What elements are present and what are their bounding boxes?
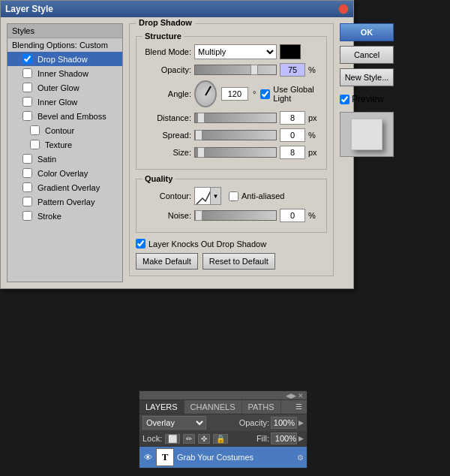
angle-label: Angle: <box>142 89 191 98</box>
shadow-color-swatch[interactable] <box>280 44 301 59</box>
stroke-checkbox[interactable] <box>22 211 32 221</box>
angle-needle <box>205 86 212 95</box>
global-light-row: Use Global Light <box>260 85 320 103</box>
size-value-input[interactable] <box>280 146 305 159</box>
sidebar-item-blending[interactable]: Blending Options: Custom <box>8 38 122 52</box>
sidebar-item-drop-shadow[interactable]: Drop Shadow <box>8 52 122 66</box>
global-light-label: Use Global Light <box>273 85 320 103</box>
layers-opacity-input[interactable] <box>271 417 297 429</box>
anti-aliased-row: Anti-aliased <box>229 191 284 201</box>
distance-label: Distance: <box>142 113 191 122</box>
sidebar-item-inner-shadow[interactable]: Inner Shadow <box>8 66 122 80</box>
layers-fill-input[interactable] <box>271 432 297 444</box>
spread-value-input[interactable] <box>280 128 305 142</box>
contour-dropdown-arrow[interactable]: ▼ <box>210 188 220 204</box>
global-light-checkbox[interactable] <box>260 89 270 99</box>
layers-menu-button[interactable]: ☰ <box>291 400 307 414</box>
lock-all-btn[interactable]: 🔒 <box>213 434 228 444</box>
make-default-button[interactable]: Make Default <box>136 253 198 270</box>
size-label: Size: <box>142 148 191 157</box>
distance-slider[interactable] <box>194 113 277 123</box>
sidebar-item-contour[interactable]: Contour <box>8 123 122 137</box>
size-unit: px <box>308 148 320 157</box>
contour-checkbox[interactable] <box>30 125 40 135</box>
color-overlay-label: Color Overlay <box>38 169 88 178</box>
lock-position-btn[interactable]: ✜ <box>198 434 210 444</box>
layers-blend-row: Overlay Normal Multiply Opacity: ▶ <box>140 414 307 431</box>
layers-fill-arrow[interactable]: ▶ <box>298 435 304 442</box>
structure-group: Structure Blend Mode: Multiply Normal Sc… <box>136 36 327 170</box>
noise-value-input[interactable] <box>280 209 305 222</box>
cancel-button[interactable]: Cancel <box>340 46 394 64</box>
layers-lock-row: Lock: ⬜ ✏ ✜ 🔒 Fill: ▶ <box>140 431 307 447</box>
preview-label: Preview <box>352 94 384 104</box>
color-overlay-checkbox[interactable] <box>22 168 32 178</box>
close-button[interactable] <box>338 4 349 14</box>
spread-label: Spread: <box>142 131 191 140</box>
noise-slider[interactable] <box>194 210 277 221</box>
layers-tab-bar: LAYERS CHANNELS PATHS ☰ <box>140 400 307 414</box>
preview-box <box>340 112 394 157</box>
quality-group: Quality Contour: ▼ <box>136 179 327 233</box>
distance-unit: px <box>308 113 320 122</box>
layer-name-label: Grab Your Costumes <box>177 453 294 462</box>
blend-mode-select[interactable]: Multiply Normal Screen Overlay <box>194 44 277 59</box>
opacity-value-input[interactable] <box>280 63 305 77</box>
action-buttons: Make Default Reset to Default <box>136 253 327 270</box>
contour-label: Contour: <box>142 191 191 200</box>
svg-rect-0 <box>195 188 212 205</box>
gradient-overlay-checkbox[interactable] <box>22 182 32 192</box>
sidebar-item-texture[interactable]: Texture <box>8 137 122 152</box>
opacity-slider[interactable] <box>194 65 277 75</box>
bevel-emboss-checkbox[interactable] <box>22 111 32 121</box>
drop-shadow-checkbox[interactable] <box>22 54 32 64</box>
tab-paths[interactable]: PATHS <box>242 400 281 414</box>
tab-layers[interactable]: LAYERS <box>140 400 184 414</box>
anti-aliased-checkbox[interactable] <box>229 191 238 201</box>
sidebar-title: Styles <box>8 24 122 38</box>
blend-mode-label: Blend Mode: <box>142 47 191 56</box>
noise-label: Noise: <box>142 211 191 220</box>
inner-glow-checkbox[interactable] <box>22 97 32 107</box>
texture-checkbox[interactable] <box>30 140 40 149</box>
layer-entry: 👁 T Grab Your Costumes ⚙ <box>140 447 307 468</box>
anti-aliased-label: Anti-aliased <box>242 191 284 200</box>
spread-slider[interactable] <box>194 130 277 140</box>
preview-checkbox[interactable] <box>340 95 350 104</box>
layer-knocks-checkbox[interactable] <box>136 239 146 249</box>
sidebar-item-bevel-emboss[interactable]: Bevel and Emboss <box>8 109 122 123</box>
layers-lock-label: Lock: <box>142 434 162 443</box>
opacity-label: Opacity: <box>142 65 191 74</box>
layer-visibility-eye[interactable]: 👁 <box>142 452 153 462</box>
sidebar-item-color-overlay[interactable]: Color Overlay <box>8 166 122 180</box>
drop-shadow-group: Drop Shadow Structure Blend Mode: Multip… <box>129 23 334 276</box>
lock-transparency-btn[interactable]: ⬜ <box>165 434 180 444</box>
pattern-overlay-checkbox[interactable] <box>22 197 32 206</box>
degree-symbol: ° <box>253 89 256 98</box>
sidebar-item-satin[interactable]: Satin <box>8 152 122 166</box>
contour-swatch[interactable]: ▼ <box>194 187 221 205</box>
sidebar-item-outer-glow[interactable]: Outer Glow <box>8 80 122 95</box>
sidebar-item-inner-glow[interactable]: Inner Glow <box>8 95 122 109</box>
layers-blend-select[interactable]: Overlay Normal Multiply <box>142 416 206 429</box>
new-style-button[interactable]: New Style... <box>340 68 394 86</box>
sidebar-item-pattern-overlay[interactable]: Pattern Overlay <box>8 194 122 209</box>
lock-image-btn[interactable]: ✏ <box>183 434 195 444</box>
layers-close-btn[interactable]: ✕ <box>298 392 304 399</box>
size-slider[interactable] <box>194 147 277 158</box>
distance-value-input[interactable] <box>280 111 305 125</box>
angle-dial[interactable] <box>194 80 217 107</box>
inner-shadow-checkbox[interactable] <box>22 68 32 78</box>
sidebar-item-stroke[interactable]: Stroke <box>8 209 122 223</box>
reset-default-button[interactable]: Reset to Default <box>202 253 275 270</box>
angle-input[interactable] <box>221 87 248 101</box>
tab-channels[interactable]: CHANNELS <box>184 400 242 414</box>
layers-opacity-arrow[interactable]: ▶ <box>298 419 304 426</box>
satin-checkbox[interactable] <box>22 154 32 164</box>
ok-button[interactable]: OK <box>340 23 394 41</box>
outer-glow-checkbox[interactable] <box>22 83 32 92</box>
noise-unit: % <box>308 211 320 220</box>
sidebar-item-gradient-overlay[interactable]: Gradient Overlay <box>8 180 122 194</box>
sidebar: Styles Blending Options: Custom Drop Sha… <box>7 23 123 282</box>
structure-title: Structure <box>142 32 184 41</box>
